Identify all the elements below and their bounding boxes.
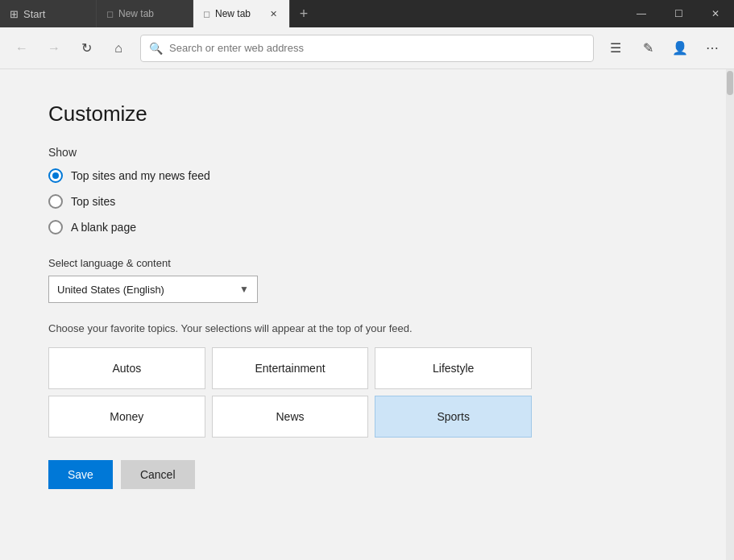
minimize-button[interactable]: — (623, 0, 660, 27)
tab-newtab1-label: New tab (118, 8, 154, 19)
radio-top-sites-news[interactable]: Top sites and my news feed (48, 168, 686, 183)
address-bar[interactable]: 🔍 (140, 35, 594, 62)
topic-news[interactable]: News (212, 396, 369, 438)
new-tab-button[interactable]: + (290, 0, 317, 27)
topic-money[interactable]: Money (48, 396, 205, 438)
radio-label-top-sites-news: Top sites and my news feed (71, 169, 210, 182)
share-icon: 👤 (672, 40, 688, 56)
tab-newtab2-icon: ◻ (203, 9, 210, 19)
back-icon: ← (15, 41, 28, 56)
radio-circle-top-sites-news (48, 168, 63, 183)
notes-icon: ✎ (643, 40, 653, 56)
radio-circle-blank-page (48, 220, 63, 234)
language-label: Select language & content (48, 257, 686, 269)
topics-description: Choose your favorite topics. Your select… (48, 322, 686, 334)
page-title: Customize (48, 102, 686, 127)
topics-grid: Autos Entertainment Lifestyle Money News… (48, 347, 532, 438)
tab-newtab1[interactable]: ◻ New tab (97, 0, 193, 27)
hub-button[interactable]: ☰ (600, 33, 631, 64)
home-button[interactable]: ⌂ (103, 33, 134, 64)
notes-button[interactable]: ✎ (632, 33, 663, 64)
save-label: Save (68, 468, 93, 481)
share-button[interactable]: 👤 (665, 33, 695, 64)
search-icon: 🔍 (149, 42, 163, 55)
tab-start-label: Start (23, 8, 45, 20)
nav-right-controls: ☰ ✎ 👤 ⋯ (600, 33, 728, 64)
radio-group: Top sites and my news feed Top sites A b… (48, 168, 686, 234)
cancel-label: Cancel (140, 468, 176, 481)
topic-autos[interactable]: Autos (48, 347, 205, 389)
maximize-button[interactable]: ☐ (660, 0, 697, 27)
titlebar: ⊞ Start ◻ New tab ◻ New tab ✕ + — ☐ ✕ (0, 0, 734, 27)
save-button[interactable]: Save (48, 460, 113, 489)
back-button[interactable]: ← (6, 33, 37, 64)
cancel-button[interactable]: Cancel (121, 460, 195, 489)
topic-money-label: Money (110, 410, 143, 423)
topic-lifestyle[interactable]: Lifestyle (375, 347, 532, 389)
language-value: United States (English) (57, 284, 164, 296)
chevron-down-icon: ▼ (239, 284, 249, 295)
action-buttons: Save Cancel (48, 460, 686, 489)
close-window-button[interactable]: ✕ (697, 0, 734, 27)
main-content: Customize Show Top sites and my news fee… (0, 69, 734, 560)
radio-circle-top-sites (48, 194, 63, 209)
minimize-icon: — (637, 8, 646, 19)
topic-autos-label: Autos (112, 362, 141, 375)
forward-button[interactable]: → (39, 33, 69, 64)
language-dropdown[interactable]: United States (English) ▼ (48, 276, 258, 303)
start-icon: ⊞ (10, 8, 19, 20)
close-tab-button[interactable]: ✕ (267, 7, 280, 20)
scrollbar-thumb[interactable] (727, 71, 733, 95)
plus-icon: + (300, 6, 309, 23)
radio-label-blank-page: A blank page (71, 221, 136, 234)
radio-label-top-sites: Top sites (71, 195, 115, 208)
window-controls: — ☐ ✕ (623, 0, 734, 27)
tab-newtab2-label: New tab (215, 8, 251, 19)
scrollbar[interactable] (726, 69, 734, 560)
navbar: ← → ↻ ⌂ 🔍 ☰ ✎ 👤 ⋯ (0, 27, 734, 69)
topic-lifestyle-label: Lifestyle (433, 362, 474, 375)
topic-news-label: News (276, 410, 304, 423)
more-icon: ⋯ (706, 40, 719, 56)
tab-start[interactable]: ⊞ Start (0, 0, 97, 27)
home-icon: ⌂ (114, 41, 122, 56)
refresh-button[interactable]: ↻ (71, 33, 102, 64)
tab-newtab1-icon: ◻ (106, 9, 114, 19)
topic-sports-label: Sports (437, 410, 469, 423)
maximize-icon: ☐ (674, 8, 683, 19)
topic-sports[interactable]: Sports (375, 396, 532, 438)
hub-icon: ☰ (610, 40, 621, 56)
topic-entertainment[interactable]: Entertainment (212, 347, 369, 389)
topic-entertainment-label: Entertainment (255, 362, 325, 375)
more-button[interactable]: ⋯ (697, 33, 728, 64)
forward-icon: → (48, 41, 60, 56)
close-icon: ✕ (711, 8, 719, 19)
tab-newtab2[interactable]: ◻ New tab ✕ (193, 0, 290, 27)
radio-blank-page[interactable]: A blank page (48, 220, 686, 234)
show-label: Show (48, 146, 686, 159)
radio-top-sites[interactable]: Top sites (48, 194, 686, 209)
address-input[interactable] (169, 42, 585, 54)
refresh-icon: ↻ (81, 40, 92, 56)
